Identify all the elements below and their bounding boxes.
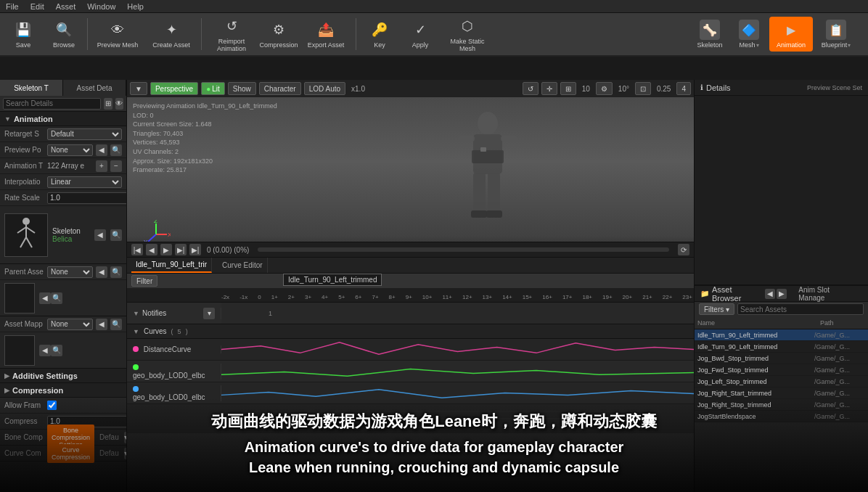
tab-skeleton-t[interactable]: Skeleton T [0,80,63,96]
svg-rect-10 [473,173,486,213]
anim-slot-tab[interactable]: Anim Slot Manage [793,286,862,302]
create-asset-button[interactable]: ✦ Create Asset [146,15,197,54]
filter-button[interactable]: Filter [131,275,157,287]
timeline-scrubber[interactable] [258,247,669,252]
preview-pose-search[interactable]: 🔍 [110,144,122,156]
preview-pose-arrow-left[interactable]: ◀ [96,144,107,156]
notifies-track[interactable]: 1 [221,303,694,324]
preview-mesh-button[interactable]: 👁 Preview Mesh [92,15,143,54]
rate-scale-input[interactable] [47,192,127,204]
asset-row[interactable]: Jog_Bwd_Stop_trimmed /Game/_G... [695,353,868,364]
settings-btn[interactable]: ⊞ [104,98,112,110]
asset-row[interactable]: Idle_Turn_90_Left_trimmed /Game/_G... [695,329,868,341]
lod-auto-btn[interactable]: LOD Auto [304,82,345,95]
make-static-button[interactable]: ⬡ Make Static Mesh [442,15,493,54]
parent-asset-select[interactable]: None [47,266,93,278]
curve-canvas-distance[interactable] [221,339,694,360]
asset-browser-back[interactable]: ◀ [765,289,775,299]
skeleton-arrow-left[interactable]: ◀ [94,229,106,241]
play-start-btn[interactable]: |◀ [131,244,143,255]
skeleton-mode-btn[interactable]: 🦴 Skeleton [691,20,729,49]
play-end-btn[interactable]: ▶| [189,244,201,255]
curve-extra-area [127,404,694,433]
retarget-select[interactable]: Default [47,128,122,140]
search-input[interactable] [3,98,101,110]
asset-row[interactable]: JogStartBlendspace /Game/_G... [695,411,868,422]
loop-btn[interactable]: ⟳ [678,244,689,255]
preview-pose-row: Preview Po None ◀ 🔍 [0,142,126,158]
preview-pose-select[interactable]: None [47,144,93,156]
export-asset-button[interactable]: 📤 Export Asset [300,15,351,54]
parent-prev-btn[interactable]: ◀ [39,292,51,304]
timeline-tab-anim[interactable]: Idle_Turn_90_Left_trir [131,258,212,273]
perspective-btn[interactable]: Perspective [150,82,198,95]
key-button[interactable]: 🔑 Key [361,15,398,54]
allow-frame-checkbox[interactable] [47,401,57,410]
curve-canvas-geo1[interactable] [221,361,694,382]
show-btn[interactable]: Show [228,82,256,95]
interpolation-select[interactable]: Linear [47,176,122,188]
skeleton-search[interactable]: 🔍 [110,229,122,241]
character-btn[interactable]: Character [259,82,301,95]
menu-asset[interactable]: Asset [56,2,76,11]
asset-mapping-arrow[interactable]: ◀ [96,319,107,330]
curves-section-header[interactable]: ▼ Curves ( 5 ) [127,324,694,339]
asset-row[interactable]: Jog_Right_Stop_trimmed /Game/_G... [695,399,868,411]
asset-row[interactable]: Jog_Fwd_Stop_trimmed /Game/_G... [695,364,868,376]
eye-btn[interactable]: 👁 [115,98,124,110]
animation-section-header[interactable]: ▼ Animation [0,112,126,126]
notifies-add-btn[interactable]: ▾ [203,308,215,319]
asset-search-input[interactable] [737,303,864,315]
cam-btn[interactable]: 4 [676,82,691,95]
save-button[interactable]: 💾 Save [4,15,42,54]
asset-map-prev-btn[interactable]: ◀ [39,345,51,356]
asset-filters: Filters ▾ [695,302,868,316]
menu-file[interactable]: File [6,2,19,11]
additive-settings-header[interactable]: ▶ Additive Settings [0,369,126,383]
parent-asset-search[interactable]: 🔍 [110,266,122,278]
apply-icon: ✓ [410,20,430,40]
rotate-btn[interactable]: ↺ [523,82,539,95]
apply-button[interactable]: ✓ Apply [401,15,439,54]
angle-btn[interactable]: ⚙ [596,82,613,95]
parent-next-btn[interactable]: 🔍 [51,292,62,304]
viewport-menu-btn[interactable]: ▼ [130,82,147,95]
browse-button[interactable]: 🔍 Browse [45,15,83,54]
reimport-button[interactable]: ↺ Reimport Animation [206,15,257,54]
pan-btn[interactable]: ✛ [541,82,557,95]
zoom-btn[interactable]: ⊞ [560,82,576,95]
compression-button[interactable]: ⚙ Compression [260,15,298,54]
asset-mapping-search[interactable]: 🔍 [110,319,122,330]
animation-mode-btn[interactable]: ▶ Animation [769,17,813,52]
scale-btn[interactable]: ⊡ [635,82,651,95]
lit-btn[interactable]: ● Lit [201,82,225,95]
asset-row[interactable]: Jog_Right_Start_trimmed /Game/_G... [695,388,868,399]
asset-filters-btn[interactable]: Filters ▾ [699,303,734,315]
asset-map-next-btn[interactable]: 🔍 [51,345,62,356]
asset-row[interactable]: Jog_Left_Stop_trimmed /Game/_G... [695,376,868,388]
anim-t-minus[interactable]: − [110,160,122,172]
mesh-mode-btn[interactable]: 🔷 Mesh ▾ [730,20,768,49]
tab-asset-details[interactable]: Asset Deta [63,80,126,96]
play-btn[interactable]: ▶ [160,244,172,255]
menu-window[interactable]: Window [87,2,115,11]
bone-compress-row: Bone Comp Bone Compression Settings Defa… [0,430,126,446]
asset-browser-fwd[interactable]: ▶ [777,289,787,299]
asset-row[interactable]: Idle_Turn_90_Left_trimmed /Game/_G... [695,341,868,353]
curve-compress-settings-btn[interactable]: Curve Compression [47,444,94,463]
curve-canvas-geo2[interactable] [221,382,694,403]
curve-row-geo2: geo_body_LOD0_elbc [127,382,694,404]
key-icon: 🔑 [369,20,390,40]
menu-edit[interactable]: Edit [30,2,44,11]
prev-frame-btn[interactable]: ◀ [146,244,157,255]
timeline-tab-curve-editor[interactable]: Curve Editor [218,258,268,273]
anim-t-plus[interactable]: + [96,160,107,172]
compression-header[interactable]: ▶ Compression [0,383,126,398]
menu-help[interactable]: Help [127,2,144,11]
blueprint-mode-btn[interactable]: 📋 Blueprint ▾ [814,20,858,49]
next-frame-btn[interactable]: ▶| [175,244,187,255]
parent-asset-arrow[interactable]: ◀ [96,266,107,278]
viewport-content[interactable]: Previewing Animation Idle_Turn_90_Left_t… [127,97,694,258]
toolbar-sep-2 [201,18,202,50]
asset-mapping-select[interactable]: None [47,319,93,330]
